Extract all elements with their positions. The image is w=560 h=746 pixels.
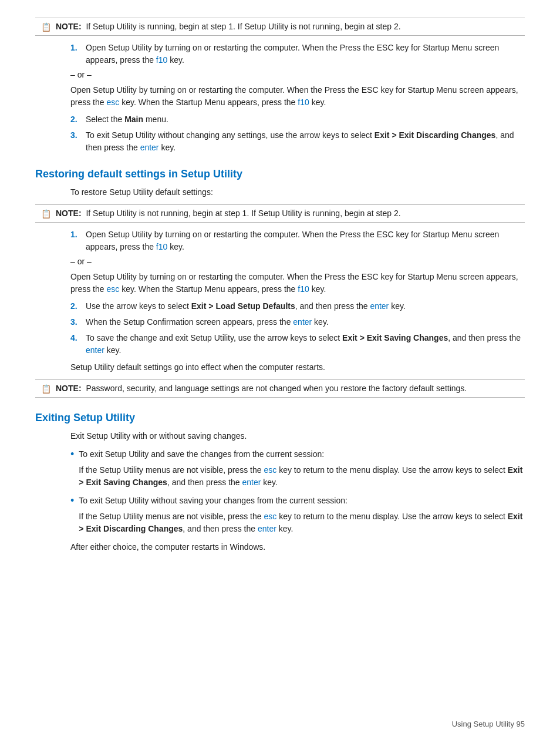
step-1: 1. Open Setup Utility by turning on or r… <box>70 42 525 66</box>
steps-list-1: 1. Open Setup Utility by turning on or r… <box>70 42 525 66</box>
esc-key-3: esc <box>264 465 276 475</box>
step-2-content: Select the Main menu. <box>86 113 168 126</box>
restoring-outro: Setup Utility default settings go into e… <box>70 361 525 374</box>
f10-key-3: f10 <box>156 242 167 251</box>
exiting-bullet-1-label: To exit Setup Utility and save the chang… <box>79 449 324 459</box>
enter-key-4: enter <box>86 345 104 355</box>
enter-key-6: enter <box>258 524 276 533</box>
restoring-step-3-content: When the Setup Confirmation screen appea… <box>86 316 329 328</box>
restoring-step-2: 2. Use the arrow keys to select Exit > L… <box>70 300 525 312</box>
top-note-content: If Setup Utility is running, begin at st… <box>86 22 400 31</box>
note-label: NOTE: <box>56 22 82 31</box>
restoring-bottom-note-text: NOTE: Password, security, and language s… <box>56 384 467 393</box>
step-3-num: 3. <box>70 129 82 154</box>
restoring-steps-list: 1. Open Setup Utility by turning on or r… <box>70 228 525 253</box>
esc-key-4: esc <box>264 512 276 521</box>
enter-key-5: enter <box>242 478 261 487</box>
exiting-intro: Exit Setup Utility with or without savin… <box>70 430 525 442</box>
bullet-dot-2: • <box>70 495 74 508</box>
restoring-intro: To restore Setup Utility default setting… <box>70 186 525 199</box>
exiting-bullet-1-sub: If the Setup Utility menus are not visib… <box>79 464 525 489</box>
exiting-bullet-2-label: To exit Setup Utility without saving you… <box>79 496 348 505</box>
restoring-bottom-note-box: 📋 NOTE: Password, security, and language… <box>35 379 525 398</box>
or-line-1: – or – <box>70 70 525 79</box>
f10-key-4: f10 <box>298 284 309 294</box>
steps-list-1b: 2. Select the Main menu. 3. To exit Setu… <box>70 113 525 154</box>
f10-key-1: f10 <box>156 55 167 65</box>
restoring-note-label: NOTE: <box>56 209 82 218</box>
restoring-note-text: NOTE: If Setup Utility is not running, b… <box>56 209 401 218</box>
esc-key-2: esc <box>106 284 119 294</box>
step-1-content: Open Setup Utility by turning on or rest… <box>86 42 525 66</box>
restoring-step-1: 1. Open Setup Utility by turning on or r… <box>70 228 525 253</box>
restoring-note-box: 📋 NOTE: If Setup Utility is not running,… <box>35 204 525 223</box>
step-3-content: To exit Setup Utility without changing a… <box>86 129 525 154</box>
step-1-or-text: Open Setup Utility by turning on or rest… <box>70 84 525 109</box>
page-footer: Using Setup Utility 95 <box>452 720 525 728</box>
restoring-bottom-note-label: NOTE: <box>56 384 82 393</box>
enter-key-3: enter <box>293 317 312 327</box>
restoring-step-1-or: Open Setup Utility by turning on or rest… <box>70 271 525 295</box>
exiting-heading: Exiting Setup Utility <box>35 412 525 424</box>
exiting-bullet-2: • To exit Setup Utility without saving y… <box>70 495 525 535</box>
step-2: 2. Select the Main menu. <box>70 113 525 126</box>
esc-key-1: esc <box>106 98 119 107</box>
restoring-note-content: If Setup Utility is not running, begin a… <box>86 209 400 218</box>
note-icon-3: 📋 <box>41 384 51 394</box>
restoring-step-1-content: Open Setup Utility by turning on or rest… <box>86 228 525 253</box>
restoring-step-1-num: 1. <box>70 228 82 253</box>
restoring-step-3: 3. When the Setup Confirmation screen ap… <box>70 316 525 328</box>
restoring-step-2-num: 2. <box>70 300 82 312</box>
restoring-bottom-note-content: Password, security, and language setting… <box>86 384 467 393</box>
top-note-text: NOTE: If Setup Utility is running, begin… <box>56 22 401 31</box>
top-note-box: 📋 NOTE: If Setup Utility is running, beg… <box>35 18 525 36</box>
restoring-step-3-num: 3. <box>70 316 82 328</box>
note-icon-2: 📋 <box>41 209 51 219</box>
exiting-bullet-2-content: To exit Setup Utility without saving you… <box>79 495 525 535</box>
restoring-heading: Restoring default settings in Setup Util… <box>35 168 525 180</box>
restoring-step-4-content: To save the change and exit Setup Utilit… <box>86 332 525 357</box>
step-3: 3. To exit Setup Utility without changin… <box>70 129 525 154</box>
restoring-step-4-num: 4. <box>70 332 82 357</box>
note-icon: 📋 <box>41 22 51 32</box>
enter-key-1: enter <box>140 143 159 152</box>
bullet-dot-1: • <box>70 448 74 461</box>
exiting-bullet-list: • To exit Setup Utility and save the cha… <box>70 448 525 535</box>
exiting-bullet-1: • To exit Setup Utility and save the cha… <box>70 448 525 489</box>
restoring-steps-list-2: 2. Use the arrow keys to select Exit > L… <box>70 300 525 357</box>
enter-key-2: enter <box>370 301 389 311</box>
restoring-step-4: 4. To save the change and exit Setup Uti… <box>70 332 525 357</box>
exiting-bullet-1-content: To exit Setup Utility and save the chang… <box>79 448 525 489</box>
step-1-num: 1. <box>70 42 82 66</box>
exiting-outro: After either choice, the computer restar… <box>70 541 525 553</box>
step-2-num: 2. <box>70 113 82 126</box>
restoring-step-2-content: Use the arrow keys to select Exit > Load… <box>86 300 406 312</box>
exiting-bullet-2-sub: If the Setup Utility menus are not visib… <box>79 510 525 535</box>
or-line-2: – or – <box>70 257 525 266</box>
f10-key-2: f10 <box>298 98 309 107</box>
